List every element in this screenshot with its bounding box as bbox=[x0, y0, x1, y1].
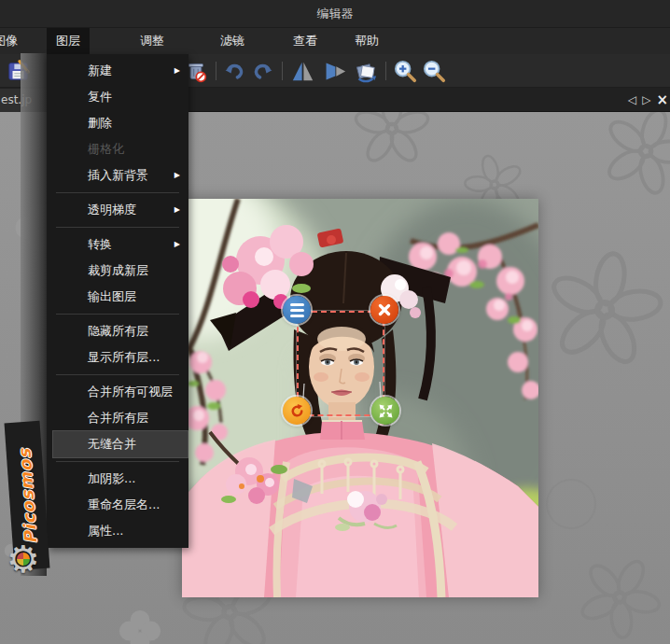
submenu-arrow-icon: ▶ bbox=[174, 162, 180, 189]
canvas-photo[interactable] bbox=[182, 199, 538, 597]
rotate-icon bbox=[288, 402, 306, 420]
menubar-item[interactable]: 查看 bbox=[285, 28, 326, 54]
menubar-item[interactable]: 滤镜 bbox=[211, 28, 254, 54]
picosmos-logo-text: Picosmos bbox=[14, 447, 40, 544]
overlay-options-button[interactable] bbox=[283, 296, 311, 324]
layer-menu-item[interactable]: 复件 bbox=[47, 84, 188, 110]
submenu-arrow-icon: ▶ bbox=[174, 231, 180, 258]
overlay-move-button[interactable] bbox=[371, 397, 399, 425]
redo-button[interactable] bbox=[250, 58, 276, 84]
layer-menu-item[interactable]: 重命名层名... bbox=[47, 492, 188, 518]
menu-separator bbox=[47, 189, 188, 197]
picosmos-gear-logo: ⚙ bbox=[2, 538, 45, 581]
rotate-canvas-button[interactable] bbox=[353, 58, 379, 84]
menubar-item[interactable]: 帮助 bbox=[345, 28, 388, 54]
tab-controls: ◁ ▷ × bbox=[628, 88, 668, 112]
close-icon bbox=[378, 303, 391, 316]
face-selection-rect[interactable] bbox=[297, 311, 384, 416]
redo-icon bbox=[252, 60, 274, 82]
gear-core-color-dot bbox=[17, 553, 30, 566]
tab-next-icon[interactable]: ▷ bbox=[642, 94, 650, 105]
menu-separator bbox=[47, 310, 188, 318]
flip-horizontal-button[interactable] bbox=[289, 58, 315, 84]
layer-menu-item[interactable]: 新建 ▶ bbox=[47, 58, 188, 84]
layer-dropdown-menu: 新建 ▶ 复件 删除 栅格化 插入新背景 ▶ bbox=[47, 54, 188, 548]
menu-separator bbox=[47, 457, 188, 466]
menu-separator bbox=[47, 223, 188, 231]
layer-menu-item[interactable]: 合并所有层 bbox=[47, 405, 188, 431]
zoom-out-icon bbox=[422, 59, 446, 83]
layer-menu-item: 栅格化 bbox=[47, 136, 188, 162]
flip-vertical-icon bbox=[323, 60, 346, 83]
picosmos-editor-window: 编辑器 图像 图层 调整 滤镜 查看 帮助 bbox=[0, 0, 670, 644]
layer-menu-item[interactable]: 输出图层 bbox=[47, 284, 188, 310]
undo-icon bbox=[223, 60, 245, 82]
overlay-rotate-button[interactable] bbox=[283, 397, 311, 425]
toolbar-separator bbox=[385, 62, 386, 80]
menubar-item[interactable]: 图层 bbox=[47, 28, 90, 54]
hamburger-icon bbox=[290, 303, 304, 317]
undo-button[interactable] bbox=[221, 58, 247, 84]
flip-horizontal-icon bbox=[291, 60, 314, 83]
menu-bar: 图像 图层 调整 滤镜 查看 帮助 bbox=[0, 28, 670, 54]
tab-close-icon[interactable]: × bbox=[656, 93, 668, 107]
menu-separator bbox=[47, 371, 188, 379]
zoom-out-button[interactable] bbox=[421, 58, 447, 84]
layer-menu-item[interactable]: 加阴影... bbox=[47, 466, 188, 492]
toolbar-separator bbox=[282, 62, 283, 80]
title-bar: 编辑器 bbox=[0, 0, 670, 28]
layer-menu-item[interactable]: 转换 ▶ bbox=[47, 231, 188, 258]
submenu-arrow-icon: ▶ bbox=[174, 58, 180, 84]
layer-menu-item[interactable]: 裁剪成新层 bbox=[47, 258, 188, 284]
flip-vertical-button[interactable] bbox=[321, 58, 347, 84]
move-icon bbox=[377, 402, 395, 420]
toolbar-separator bbox=[216, 62, 216, 80]
layer-menu-item[interactable]: 合并所有可视层 bbox=[47, 379, 188, 405]
zoom-in-icon bbox=[393, 59, 417, 83]
layer-menu-item[interactable]: 删除 bbox=[47, 110, 188, 136]
zoom-in-button[interactable] bbox=[392, 58, 418, 84]
window-title: 编辑器 bbox=[317, 6, 354, 22]
menubar-item[interactable]: 调整 bbox=[131, 28, 174, 54]
menubar-item[interactable]: 图像 bbox=[0, 28, 28, 54]
tab-prev-icon[interactable]: ◁ bbox=[628, 94, 636, 105]
layer-menu-item[interactable]: 无缝合并 bbox=[53, 431, 188, 457]
overlay-close-button[interactable] bbox=[370, 296, 398, 324]
submenu-arrow-icon: ▶ bbox=[174, 197, 180, 223]
layer-menu-item[interactable]: 隐藏所有层 bbox=[47, 318, 188, 344]
layer-menu-item[interactable]: 显示所有层... bbox=[47, 344, 188, 371]
layer-menu-item[interactable]: 属性... bbox=[47, 518, 188, 544]
rotate-canvas-icon bbox=[354, 59, 378, 83]
layer-menu-item[interactable]: 透明梯度 ▶ bbox=[47, 197, 188, 223]
layer-menu-item[interactable]: 插入新背景 ▶ bbox=[47, 162, 188, 189]
